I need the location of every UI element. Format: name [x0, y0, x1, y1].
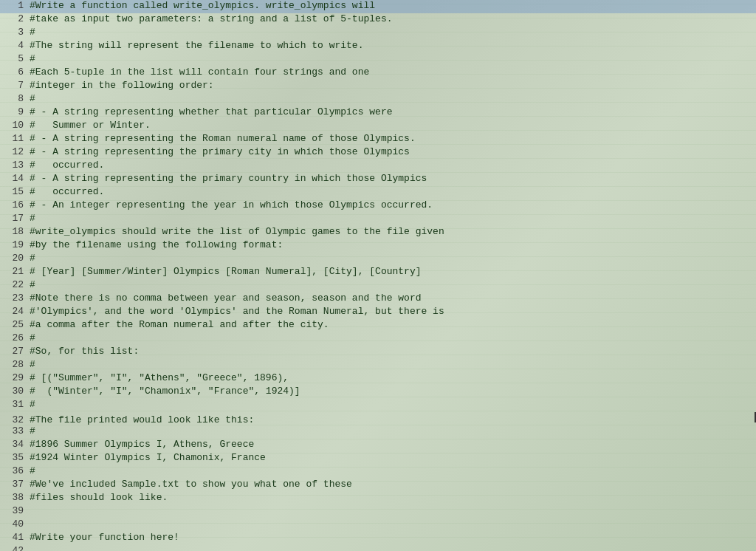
- line-content: #1924 Winter Olympics I, Chamonix, Franc…: [30, 452, 756, 463]
- code-line: 30# ("Winter", "I", "Chamonix", "France"…: [0, 386, 756, 399]
- code-line: 42: [0, 545, 756, 551]
- code-area[interactable]: 1#Write a function called write_olympics…: [0, 0, 756, 551]
- line-number: 15: [0, 186, 30, 197]
- line-content: # - A string representing whether that p…: [30, 106, 756, 117]
- line-content: #: [30, 213, 756, 224]
- code-line: 9# - A string representing whether that …: [0, 106, 756, 120]
- code-line: 32#The file printed would look like this…: [0, 412, 756, 425]
- line-content: # occurred.: [30, 160, 756, 171]
- line-number: 7: [0, 80, 30, 91]
- line-content: #take as input two parameters: a string …: [30, 13, 756, 24]
- line-number: 11: [0, 133, 30, 144]
- code-line: 3#: [0, 27, 756, 40]
- line-number: 28: [0, 359, 30, 370]
- line-number: 42: [0, 545, 30, 551]
- line-content: #: [30, 279, 756, 290]
- line-content: #Note there is no comma between year and…: [30, 292, 756, 304]
- line-content: #a comma after the Roman numeral and aft…: [30, 319, 756, 330]
- line-content: #: [30, 27, 756, 38]
- line-number: 4: [0, 40, 30, 51]
- line-content: #files should look like.: [30, 492, 756, 503]
- code-line: 24#'Olympics', and the word 'Olympics' a…: [0, 306, 756, 319]
- code-line: 37#We've included Sample.txt to show you…: [0, 479, 756, 492]
- line-number: 25: [0, 319, 30, 330]
- line-number: 35: [0, 452, 30, 463]
- line-number: 20: [0, 253, 30, 264]
- code-line: 19#by the filename using the following f…: [0, 239, 756, 253]
- line-number: 31: [0, 399, 30, 410]
- code-line: 1#Write a function called write_olympics…: [0, 0, 756, 13]
- line-content: #The string will represent the filename …: [30, 40, 756, 51]
- line-content: #Write your function here!: [30, 532, 756, 543]
- line-number: 24: [0, 306, 30, 317]
- line-number: 14: [0, 173, 30, 184]
- code-line: 34#1896 Summer Olympics I, Athens, Greec…: [0, 439, 756, 452]
- line-content: #: [30, 332, 756, 343]
- code-line: 4#The string will represent the filename…: [0, 40, 756, 53]
- line-number: 22: [0, 279, 30, 290]
- line-number: 38: [0, 492, 30, 503]
- line-content: # - An integer representing the year in …: [30, 199, 756, 211]
- line-content: #The file printed would look like this:: [30, 414, 753, 425]
- line-content: # [Year] [Summer/Winter] Olympics [Roman…: [30, 266, 756, 277]
- line-content: # Summer or Winter.: [30, 120, 756, 131]
- line-number: 27: [0, 346, 30, 357]
- line-number: 12: [0, 146, 30, 157]
- code-line: 31#: [0, 399, 756, 412]
- code-line: 18#write_olympics should write the list …: [0, 226, 756, 239]
- line-number: 37: [0, 479, 30, 490]
- line-number: 9: [0, 106, 30, 117]
- line-content: #Write a function called write_olympics.…: [30, 0, 756, 11]
- code-line: 12# - A string representing the primary …: [0, 146, 756, 160]
- line-number: 39: [0, 505, 30, 516]
- line-content: #: [30, 53, 756, 64]
- code-line: 26#: [0, 332, 756, 346]
- code-line: 17#: [0, 213, 756, 226]
- line-content: #: [30, 425, 756, 437]
- line-content: #So, for this list:: [30, 346, 756, 357]
- code-line: 20#: [0, 253, 756, 266]
- line-number: 41: [0, 532, 30, 543]
- code-line: 40: [0, 519, 756, 532]
- code-line: 8#: [0, 93, 756, 106]
- code-line: 15# occurred.: [0, 186, 756, 199]
- editor-container: 1#Write a function called write_olympics…: [0, 0, 756, 551]
- code-line: 13# occurred.: [0, 160, 756, 173]
- line-number: 3: [0, 27, 30, 38]
- code-line: 25#a comma after the Roman numeral and a…: [0, 319, 756, 332]
- line-content: #by the filename using the following for…: [30, 239, 756, 250]
- line-content: #Each 5-tuple in the list will contain f…: [30, 66, 756, 78]
- line-content: #: [30, 399, 756, 410]
- line-content: #write_olympics should write the list of…: [30, 226, 756, 237]
- code-line: 7#integer in the following order:: [0, 80, 756, 93]
- line-content: # occurred.: [30, 186, 756, 197]
- code-line: 29# [("Summer", "I", "Athens", "Greece",…: [0, 372, 756, 386]
- line-number: 2: [0, 13, 30, 24]
- line-number: 10: [0, 120, 30, 131]
- line-number: 29: [0, 372, 30, 383]
- line-content: #1896 Summer Olympics I, Athens, Greece: [30, 439, 756, 450]
- line-number: 33: [0, 425, 30, 437]
- line-number: 1: [0, 0, 30, 11]
- line-number: 13: [0, 160, 30, 171]
- code-line: 2#take as input two parameters: a string…: [0, 13, 756, 27]
- line-number: 5: [0, 53, 30, 64]
- code-line: 23#Note there is no comma between year a…: [0, 292, 756, 306]
- code-line: 16# - An integer representing the year i…: [0, 199, 756, 213]
- line-content: #integer in the following order:: [30, 80, 756, 91]
- line-number: 18: [0, 226, 30, 237]
- code-line: 39: [0, 505, 756, 519]
- code-line: 6#Each 5-tuple in the list will contain …: [0, 66, 756, 80]
- line-content: # [("Summer", "I", "Athens", "Greece", 1…: [30, 372, 756, 383]
- line-content: # ("Winter", "I", "Chamonix", "France", …: [30, 386, 756, 397]
- line-content: #We've included Sample.txt to show you w…: [30, 479, 756, 490]
- line-number: 26: [0, 332, 30, 343]
- code-line: 5#: [0, 53, 756, 66]
- line-number: 21: [0, 266, 30, 277]
- line-number: 32: [0, 414, 30, 425]
- line-content: #'Olympics', and the word 'Olympics' and…: [30, 306, 756, 317]
- code-line: 27#So, for this list:: [0, 346, 756, 359]
- line-content: #: [30, 253, 756, 264]
- line-number: 30: [0, 386, 30, 397]
- line-number: 16: [0, 199, 30, 211]
